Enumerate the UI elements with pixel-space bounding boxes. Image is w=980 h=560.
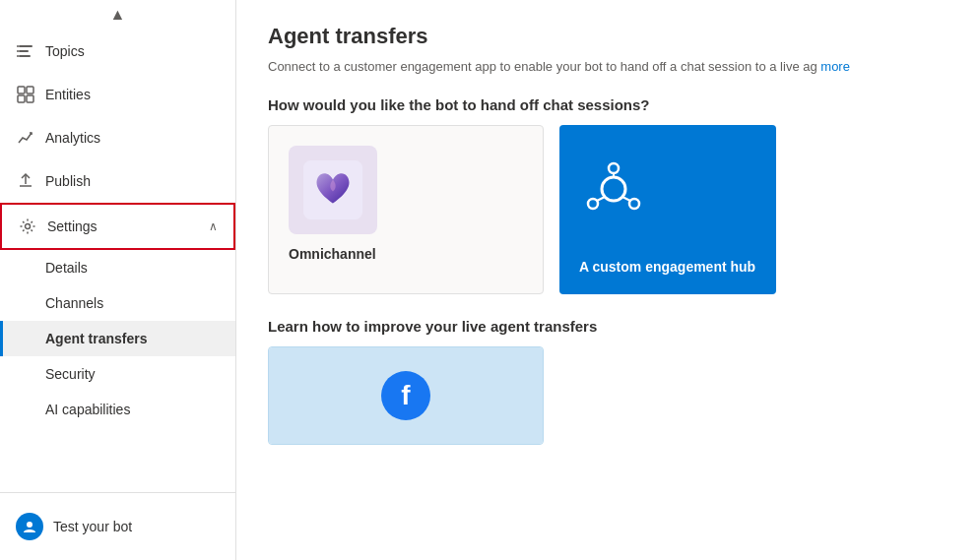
page-description: Connect to a customer engagement app to … [268,57,948,77]
settings-chevron-icon: ∧ [209,219,218,233]
svg-rect-9 [27,95,33,102]
svg-rect-2 [19,55,31,57]
sidebar-item-publish[interactable]: Publish [0,159,235,203]
sidebar: ▲ Topics [0,0,236,560]
sidebar-sub-item-channels-label: Channels [45,295,103,311]
svg-rect-1 [19,50,29,52]
learn-section-title: Learn how to improve your live agent tra… [268,318,948,335]
scroll-up-button[interactable]: ▲ [0,0,235,30]
svg-point-10 [26,224,31,229]
omnichannel-card-label: Omnichannel [289,246,376,262]
svg-point-11 [27,522,33,528]
sidebar-sub-item-security-label: Security [45,366,96,382]
publish-icon [16,171,35,191]
svg-rect-6 [18,87,25,93]
svg-rect-0 [19,45,33,47]
main-content: Agent transfers Connect to a customer en… [236,0,980,560]
description-text: Connect to a customer engagement app to … [268,59,817,74]
sidebar-bottom: Test your bot [0,492,235,560]
bot-avatar [16,513,43,540]
svg-point-14 [609,163,619,173]
learn-facebook-card[interactable]: f [268,346,544,445]
sidebar-item-entities-label: Entities [45,87,91,102]
sidebar-sub-item-details-label: Details [45,260,88,276]
custom-hub-card[interactable]: A custom engagement hub [559,125,776,294]
scroll-up-icon: ▲ [110,6,126,24]
sidebar-item-analytics-label: Analytics [45,130,100,146]
sidebar-scroll-area: Topics Entities Analytics [0,30,235,492]
sidebar-sub-item-agent-transfers[interactable]: Agent transfers [0,321,235,356]
topics-icon [16,41,35,61]
page-title: Agent transfers [268,24,948,49]
more-link[interactable]: more [820,59,850,74]
test-your-bot-button[interactable]: Test your bot [0,501,235,552]
svg-line-19 [622,197,630,201]
custom-hub-card-label: A custom engagement hub [579,259,755,275]
sidebar-item-settings-label: Settings [47,218,98,234]
svg-line-18 [597,197,605,201]
analytics-icon [16,128,35,148]
svg-point-16 [629,199,639,209]
custom-hub-icon [579,155,648,223]
sidebar-item-topics-label: Topics [45,43,85,59]
omnichannel-icon-wrap [289,146,377,234]
sidebar-item-entities[interactable]: Entities [0,73,235,116]
learn-cards-row: f [268,346,948,445]
omnichannel-card[interactable]: Omnichannel [268,125,544,294]
test-your-bot-label: Test your bot [53,519,132,534]
sidebar-sub-item-agent-transfers-label: Agent transfers [45,331,147,346]
learn-card-image: f [269,347,543,444]
sidebar-sub-item-details[interactable]: Details [0,250,235,285]
sidebar-item-settings[interactable]: Settings ∧ [0,203,235,250]
sidebar-sub-item-ai-capabilities-label: AI capabilities [45,402,130,417]
sidebar-sub-item-ai-capabilities[interactable]: AI capabilities [0,392,235,427]
svg-rect-8 [18,95,25,102]
sidebar-item-analytics[interactable]: Analytics [0,116,235,159]
svg-rect-5 [17,55,19,57]
settings-icon [18,217,37,236]
entities-icon [16,85,35,104]
svg-rect-3 [17,45,19,47]
svg-rect-4 [17,50,19,52]
handoff-cards-row: Omnichannel [268,125,948,294]
omnichannel-logo-icon [303,160,362,219]
sidebar-item-publish-label: Publish [45,173,91,189]
svg-point-15 [588,199,598,209]
sidebar-sub-item-security[interactable]: Security [0,356,235,392]
sidebar-sub-item-channels[interactable]: Channels [0,285,235,321]
svg-point-13 [602,177,625,201]
facebook-icon: f [381,371,430,420]
sidebar-item-topics[interactable]: Topics [0,30,235,73]
handoff-section-title: How would you like the bot to hand off c… [268,96,948,113]
svg-rect-7 [27,87,33,93]
